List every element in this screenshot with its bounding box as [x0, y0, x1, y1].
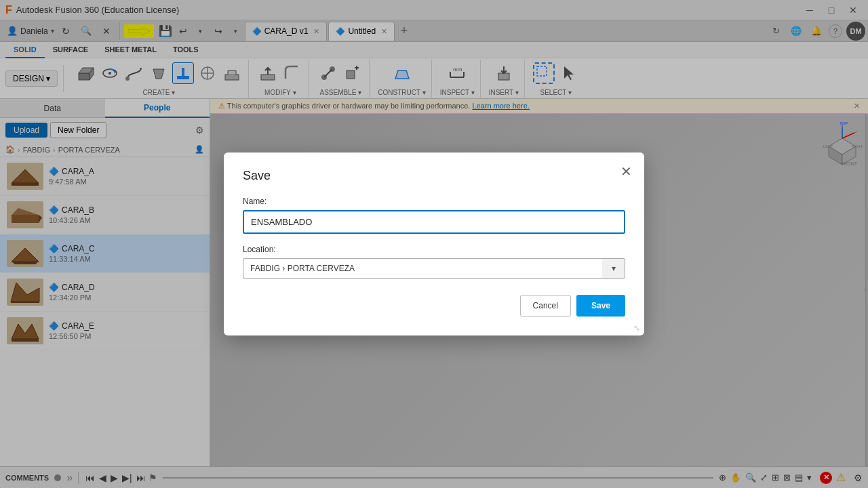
modal-overlay: Save ✕ Name: Location: FABDIG › PORTA CE… [0, 0, 868, 488]
save-confirm-button[interactable]: Save [576, 295, 625, 317]
dialog-title: Save [243, 169, 625, 183]
dialog-actions: Cancel Save [243, 295, 625, 317]
location-label: Location: [243, 245, 625, 254]
save-dialog: Save ✕ Name: Location: FABDIG › PORTA CE… [224, 152, 644, 336]
name-input[interactable] [243, 210, 625, 234]
location-display: FABDIG › PORTA CERVEZA [243, 258, 602, 279]
location-input-wrap: FABDIG › PORTA CERVEZA ▾ [243, 258, 625, 279]
dialog-resize-handle[interactable]: ⤡ [633, 323, 640, 333]
location-row: Location: FABDIG › PORTA CERVEZA ▾ [243, 245, 625, 279]
dialog-close-button[interactable]: ✕ [620, 163, 632, 180]
name-label: Name: [243, 197, 625, 206]
cancel-button[interactable]: Cancel [520, 295, 571, 317]
location-dropdown-button[interactable]: ▾ [602, 258, 625, 279]
